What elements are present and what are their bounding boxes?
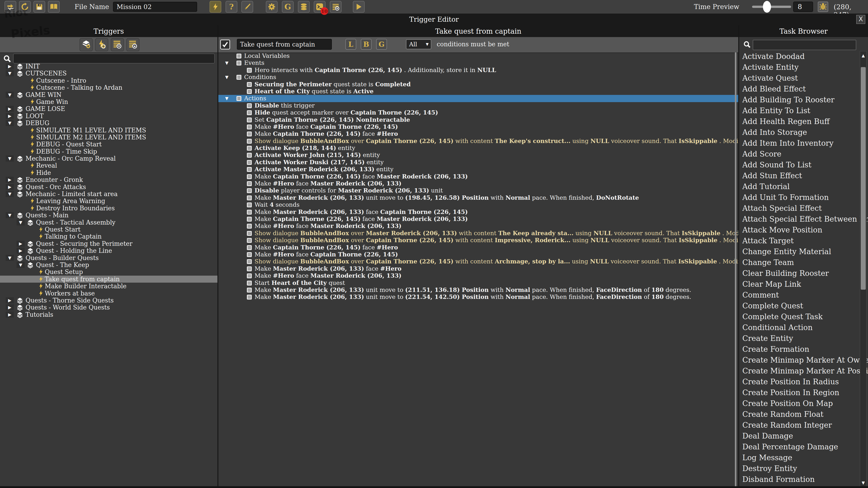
collapse-icon[interactable]: ▼	[6, 255, 14, 261]
task-item[interactable]: Add Item Into Inventory	[739, 138, 857, 149]
trigger-action-row[interactable]: Show dialogue BubbleAndBox over Captain …	[218, 237, 738, 244]
task-item[interactable]: Add Score	[739, 149, 857, 160]
l-button[interactable]: L	[345, 39, 356, 50]
add-group-button[interactable]	[80, 38, 93, 51]
task-item[interactable]: Create Random Integer	[739, 420, 857, 431]
game-data-button[interactable]: G	[282, 1, 293, 13]
tree-group[interactable]: ▼GAME WIN	[0, 91, 217, 98]
trigger-action-row[interactable]: Make #Hero face Master Roderick (206, 13…	[218, 272, 738, 279]
trigger-section-row[interactable]: ▼Conditions	[218, 74, 738, 80]
tree-group[interactable]: ▼Quests - Builder Quests	[0, 254, 217, 261]
expand-icon[interactable]: ▶	[6, 63, 14, 69]
trigger-action-row[interactable]: Hero interacts with Captain Thorne (226,…	[218, 67, 738, 74]
tree-item[interactable]: Workers at base	[0, 290, 217, 297]
trigger-action-row[interactable]: Securing the Perimeter quest state is Co…	[218, 81, 738, 88]
task-item[interactable]: Add Health Regen Buff	[739, 116, 857, 127]
tree-item[interactable]: Cutscene - Talking to Ardan	[0, 84, 217, 91]
trigger-action-row[interactable]: Show dialogue BubbleAndBox over Master R…	[218, 230, 738, 237]
trigger-action-row[interactable]: Activate Worker John (215, 145) entity	[218, 152, 738, 159]
trigger-action-row[interactable]: Make Master Roderick (206, 133) unit mov…	[218, 194, 738, 201]
trigger-action-row[interactable]: Make Captain Thorne (226, 145) face #Her…	[218, 244, 738, 251]
trigger-action-row[interactable]: Disable player controls for Master Roder…	[218, 187, 738, 194]
trigger-section-row[interactable]: ▼Actions	[218, 95, 738, 102]
tree-item[interactable]: Talking to Captain	[0, 233, 217, 240]
expand-icon[interactable]: ▶	[17, 248, 25, 254]
tree-group[interactable]: ▶Quests - Thorne Side Quests	[0, 297, 217, 304]
center-scrollbar[interactable]	[735, 53, 737, 488]
expand-icon[interactable]: ▶	[6, 304, 14, 311]
task-item[interactable]: Destroy Entity	[739, 463, 857, 474]
trigger-action-row[interactable]: Make Master Roderick (206, 133) unit mov…	[218, 293, 738, 300]
task-item[interactable]: Add Building To Rooster	[739, 94, 857, 105]
tree-group[interactable]: ▶GAME LOSE	[0, 105, 217, 112]
expand-icon[interactable]: ▶	[6, 297, 14, 303]
trigger-action-row[interactable]: Make Master Roderick (206, 133) face #He…	[218, 265, 738, 272]
debug-button[interactable]	[818, 2, 828, 12]
tree-item[interactable]: Make Builder Interactable	[0, 283, 217, 290]
scroll-up-icon[interactable]: ▲	[860, 53, 866, 58]
task-item[interactable]: Create Random Float	[739, 409, 857, 420]
time-preview-slider[interactable]	[752, 6, 791, 8]
task-item[interactable]: Comment	[739, 290, 857, 300]
trigger-action-row[interactable]: Make Master Roderick (206, 133) face Cap…	[218, 208, 738, 216]
tree-group[interactable]: ▶Quest - Securing the Perimeter	[0, 240, 217, 247]
tree-item[interactable]: Take quest from captain	[0, 275, 217, 283]
add-trigger-button[interactable]	[95, 38, 108, 51]
slider-handle[interactable]	[763, 1, 771, 13]
trigger-action-row[interactable]: Set Captain Thorne (226, 145) NonInterac…	[218, 116, 738, 123]
tree-item[interactable]: Quest Start	[0, 226, 217, 233]
task-item[interactable]: Create Minimap Marker At Position	[739, 365, 857, 377]
trigger-action-row[interactable]: Make #Hero face Master Roderick (206, 13…	[218, 223, 738, 230]
tree-group[interactable]: ▶INIT	[0, 63, 217, 70]
collapse-icon[interactable]: ▼	[225, 95, 228, 102]
task-item[interactable]: Attack Target	[739, 235, 857, 246]
b-button[interactable]: B	[361, 39, 372, 50]
tree-group[interactable]: ▶Quest - Orc Attacks	[0, 184, 217, 191]
tree-group[interactable]: ▶Quests - World Side Quests	[0, 304, 217, 311]
tree-group[interactable]: ▶Quest - Holding the Line	[0, 247, 217, 254]
expand-icon[interactable]: ▶	[6, 106, 14, 112]
trigger-action-row[interactable]: Activate Master Roderick (206, 133) enti…	[218, 166, 738, 173]
scrollbar-thumb[interactable]	[861, 67, 866, 290]
task-item[interactable]: Add Sound To List	[739, 160, 857, 170]
task-item[interactable]: Complete Quest	[739, 300, 857, 311]
tree-item[interactable]: Game Win	[0, 98, 217, 105]
tree-group[interactable]: ▶Encounter - Gronk	[0, 176, 217, 183]
tree-group[interactable]: ▼Quest - The Keep	[0, 261, 217, 268]
trigger-action-row[interactable]: Heart of the City quest state is Active	[218, 88, 738, 95]
tree-group[interactable]: ▼Mechanic - Orc Camp Reveal	[0, 155, 217, 162]
tree-item[interactable]: Leaving Area Warning	[0, 197, 217, 204]
expand-all-button[interactable]	[111, 38, 124, 51]
task-item[interactable]: Activate Entity	[739, 62, 857, 73]
task-item[interactable]: Add Entity To List	[739, 105, 857, 116]
time-preview-value[interactable]: 8	[793, 2, 813, 12]
transfer-button[interactable]	[4, 1, 16, 13]
tree-group[interactable]: ▼CUTSCENES	[0, 70, 217, 77]
trigger-action-row[interactable]: Make Captain Thorne (226, 145) face #Her…	[218, 130, 738, 137]
task-item[interactable]: Create Entity	[739, 333, 857, 344]
task-item[interactable]: Clear Map Link	[739, 279, 857, 290]
tree-item[interactable]: SIMULATE M1 LEVEL AND ITEMS	[0, 127, 217, 134]
trigger-action-row[interactable]: Activate Worker Duski (217, 145) entity	[218, 159, 738, 166]
trigger-action-row[interactable]: Make #Hero face Captain Thorne (226, 145…	[218, 251, 738, 258]
task-item[interactable]: Attack Move Position	[739, 225, 857, 235]
task-item[interactable]: Create Position In Radius	[739, 377, 857, 387]
task-item[interactable]: Add Bleed Effect	[739, 84, 857, 94]
tree-item[interactable]: SIMULATE M2 LEVEL AND ITEMS	[0, 134, 217, 141]
task-item[interactable]: Create Position On Map	[739, 398, 857, 409]
tree-group[interactable]: ▼Mechanic - Limited start area	[0, 191, 217, 197]
task-item[interactable]: Create Position In Region	[739, 387, 857, 398]
expand-icon[interactable]: ▶	[17, 240, 25, 247]
tree-item[interactable]: Reveal	[0, 162, 217, 169]
tree-group[interactable]: ▼DEBUG	[0, 120, 217, 127]
task-item[interactable]: Activate Quest	[739, 73, 857, 84]
scroll-down-icon[interactable]: ▼	[860, 480, 866, 485]
task-item[interactable]: Deal Percentage Damage	[739, 442, 857, 452]
collapse-icon[interactable]: ▼	[6, 212, 14, 218]
triggers-search-input[interactable]	[13, 54, 215, 64]
tree-group[interactable]: ▶Tutorials	[0, 311, 217, 318]
task-item[interactable]: Conditional Action	[739, 322, 857, 333]
task-search-input[interactable]	[753, 40, 856, 50]
trigger-action-row[interactable]: Make Captain Thorne (226, 145) face Mast…	[218, 173, 738, 180]
script-list-button[interactable]	[330, 1, 342, 13]
